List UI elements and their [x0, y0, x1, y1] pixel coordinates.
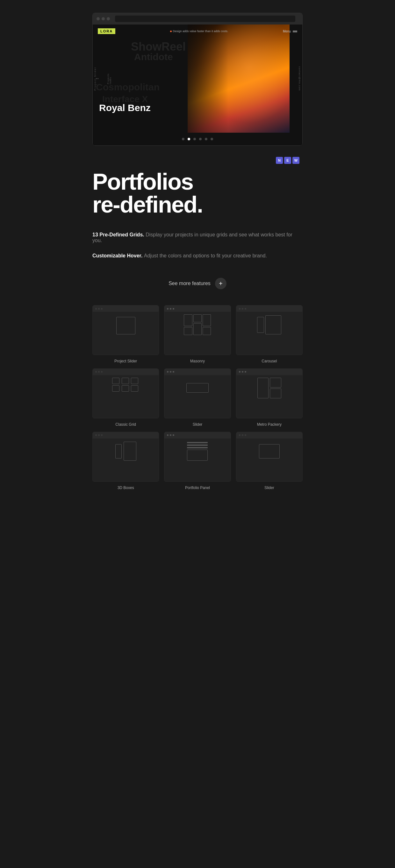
new-badge-container: N E W	[86, 152, 309, 164]
preview-body	[236, 438, 302, 464]
layout-portfolio-panel: Portfolio Panel	[164, 432, 231, 490]
sketch-carousel	[257, 314, 281, 335]
layout-name-slider: Slider	[193, 422, 203, 427]
sketch-masonry	[184, 314, 211, 335]
preview-bar	[236, 432, 302, 438]
sketch-classic-grid	[112, 378, 139, 392]
preview-bar	[164, 369, 230, 375]
new-badge-n: N	[276, 157, 283, 164]
feature-item-hover: Customizable Hover. Adjust the colors an…	[92, 253, 303, 259]
preview-body	[93, 312, 159, 339]
feature-grids-title: 13 Pre-Defined Grids.	[92, 232, 144, 237]
site-logo[interactable]: LORA	[98, 28, 115, 34]
layout-name-metro-packery: Metro Packery	[257, 422, 282, 427]
layouts-grid: Project Slider	[86, 302, 309, 496]
layout-preview-metro[interactable]	[236, 368, 303, 418]
new-badge-w: W	[292, 157, 300, 164]
layout-name-carousel: Carousel	[261, 359, 277, 363]
new-badge-e: E	[284, 157, 291, 164]
layout-name-3d-boxes: 3D Boxes	[117, 486, 134, 490]
portfolios-title: Portfolios re-defined.	[92, 170, 303, 216]
layout-preview-slider-2[interactable]	[236, 432, 303, 482]
slider-pagination[interactable]	[93, 133, 302, 146]
preview-body	[164, 312, 230, 338]
layout-3d-boxes: 3D Boxes	[92, 432, 159, 490]
layout-preview-project-slider[interactable]	[92, 305, 159, 355]
nav-dots	[96, 78, 98, 79]
hero-text-section: Portfolios re-defined.	[86, 164, 309, 225]
sketch-slider-2	[256, 441, 282, 462]
preview-bar	[164, 306, 230, 312]
feature-hover-title: Customizable Hover.	[92, 253, 142, 258]
browser-window: LORA Design adds value faster than it ad…	[92, 13, 303, 146]
browser-toolbar	[93, 13, 302, 25]
site-tagline: Design adds value faster than it adds co…	[170, 30, 228, 33]
pagination-dot-1[interactable]	[182, 138, 185, 140]
layout-preview-masonry[interactable]	[164, 305, 231, 355]
layout-preview-carousel[interactable]	[236, 305, 303, 355]
pagination-dot-2[interactable]	[188, 138, 190, 140]
preview-body	[93, 375, 159, 394]
see-more-container: See more features +	[86, 271, 309, 302]
layout-carousel: Carousel	[236, 305, 303, 363]
layout-preview-portfolio-panel[interactable]	[164, 432, 231, 482]
see-more-button[interactable]: +	[215, 278, 226, 289]
pagination-dot-4[interactable]	[199, 138, 202, 140]
browser-address-bar[interactable]	[115, 16, 295, 22]
side-label-contact: contact@hlo.com	[298, 66, 301, 91]
layout-slider-2: Slider	[236, 432, 303, 490]
preview-body	[93, 438, 159, 464]
sketch-slider-big	[185, 378, 210, 398]
hamburger-icon	[293, 31, 297, 32]
scroll-text-2: Antidote	[134, 52, 173, 62]
layout-preview-slider[interactable]	[164, 368, 231, 418]
layout-name-project-slider: Project Slider	[114, 359, 137, 363]
scroll-text-1: ShowReel	[131, 40, 186, 53]
layout-preview-classic-grid[interactable]	[92, 368, 159, 418]
preview-body	[164, 375, 230, 401]
projects-index-label: Projects Index	[107, 73, 112, 84]
layout-slider: Slider	[164, 368, 231, 427]
pagination-dot-3[interactable]	[193, 138, 196, 140]
sketch-slider	[116, 314, 135, 337]
preview-body	[236, 312, 302, 338]
preview-bar	[93, 432, 159, 438]
preview-body	[164, 438, 230, 464]
layout-project-slider: Project Slider	[92, 305, 159, 363]
sketch-metro	[257, 378, 281, 398]
features-list: 13 Pre-Defined Grids. Display your proje…	[86, 225, 309, 271]
scroll-text-3: Cosmopolitan	[96, 82, 160, 92]
preview-bar	[93, 306, 159, 312]
layout-classic-grid: Classic Grid	[92, 368, 159, 427]
layout-name-slider-2: Slider	[264, 486, 274, 490]
menu-button[interactable]: Menu	[283, 30, 297, 33]
tagline-dot	[170, 31, 172, 32]
browser-dot-green	[107, 17, 110, 20]
layout-name-classic-grid: Classic Grid	[115, 422, 136, 427]
preview-bar	[164, 432, 230, 438]
layout-name-masonry: Masonry	[190, 359, 205, 363]
sketch-main-rect	[116, 317, 135, 334]
see-more-label: See more features	[169, 281, 210, 286]
slider-site: LORA Design adds value faster than it ad…	[93, 25, 302, 146]
browser-dot-red	[96, 17, 100, 20]
feature-item-grids: 13 Pre-Defined Grids. Display your proje…	[92, 232, 303, 243]
side-navigation: Projects Index	[96, 78, 98, 79]
site-navigation: LORA Design adds value faster than it ad…	[93, 25, 302, 38]
preview-bar	[236, 306, 302, 312]
pagination-dot-6[interactable]	[210, 138, 213, 140]
browser-dot-yellow	[102, 17, 105, 20]
preview-body	[236, 375, 302, 401]
sketch-portfolio-panel	[185, 441, 210, 462]
layout-metro-packery: Metro Packery	[236, 368, 303, 427]
layout-preview-3d-boxes[interactable]	[92, 432, 159, 482]
preview-bar	[93, 369, 159, 375]
pagination-dot-5[interactable]	[205, 138, 207, 140]
sketch-3d-boxes	[115, 441, 136, 462]
hero-main-title: Royal Benz	[99, 102, 151, 114]
feature-hover-desc: Adjust the colors and options to fit you…	[144, 253, 267, 258]
layout-masonry: Masonry	[164, 305, 231, 363]
hero-slider: Project Slider contact@hlo.com Projects …	[93, 25, 302, 133]
browser-content: LORA Design adds value faster than it ad…	[93, 25, 302, 146]
preview-bar	[236, 369, 302, 375]
